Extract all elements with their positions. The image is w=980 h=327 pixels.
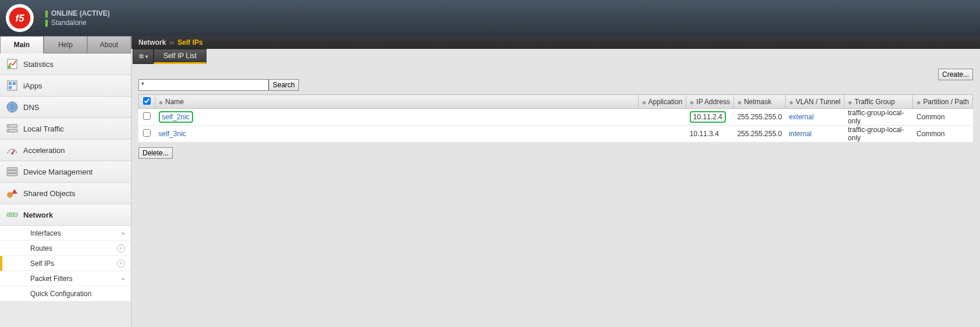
sub-tab-bar: ✲ ▾ Self IP List [131,49,980,66]
sort-icon: ◆ [789,99,793,105]
ip-address-value: 10.11.2.4 [690,111,726,123]
nav-device-management[interactable]: Device Management [0,161,131,183]
col-name[interactable]: ◆Name [155,95,639,109]
col-traffic-group[interactable]: ◆Traffic Group [844,95,913,109]
subnav-label: Packet Filters [30,275,73,283]
delete-button[interactable]: Delete... [138,147,173,159]
partition-value: Common [913,126,973,143]
tab-about[interactable]: About [87,36,131,54]
svg-point-18 [7,192,13,198]
sort-icon: ◆ [159,99,163,105]
nav-statistics[interactable]: Statistics [0,54,131,75]
svg-rect-23 [13,214,15,215]
ip-address-value: 10.11.3.4 [690,130,719,138]
server-icon [6,122,19,135]
svg-rect-15 [7,168,17,170]
nav-acceleration[interactable]: Acceleration [0,140,131,161]
netmask-value: 255.255.255.0 [734,126,786,143]
table-row: self_2nic10.11.2.4255.255.255.0externalt… [139,109,973,126]
nav-iapps[interactable]: iApps [0,75,131,97]
sort-icon: ◆ [642,99,646,105]
plus-icon[interactable]: + [117,244,125,253]
sort-icon: ◆ [690,99,694,105]
row-checkbox[interactable] [143,112,151,120]
subnav-routes[interactable]: Routes+ [0,241,131,256]
status-text-1: ONLINE (ACTIVE) [51,9,110,17]
subnav-self-ips[interactable]: Self IPs+ [0,256,131,271]
f5-logo: f5 [6,4,34,32]
create-button[interactable]: Create... [938,69,973,80]
col-ip-address[interactable]: ◆IP Address [686,95,734,109]
breadcrumb-section: Network [138,38,166,47]
chevron-right-icon: ▸ [122,230,125,236]
settings-menu-button[interactable]: ✲ ▾ [133,49,154,64]
nav-label: Acceleration [23,146,65,155]
nav-local-traffic[interactable]: Local Traffic [0,118,131,140]
stack-icon [6,165,19,178]
vlan-link[interactable]: external [789,113,814,121]
tab-help[interactable]: Help [44,36,87,54]
nav-dns[interactable]: DNS [0,97,131,118]
status-text-2: Standalone [51,19,87,27]
sort-icon: ◆ [737,99,742,105]
sort-icon: ◆ [917,99,921,105]
network-submenu: Interfaces▸ Routes+ Self IPs+ Packet Fil… [0,226,131,301]
select-all-checkbox[interactable] [143,97,151,105]
svg-text:f5: f5 [16,13,25,24]
nav-label: iApps [23,81,42,90]
breadcrumb-page: Self IPs [177,38,202,47]
top-tabs: Main Help About [0,36,131,54]
nav-label: Local Traffic [23,125,64,133]
table-row: self_3nic10.11.3.4255.255.255.0internalt… [139,126,973,143]
nav-label: Statistics [23,60,54,69]
search-button[interactable]: Search [269,79,299,91]
application-value [638,109,686,126]
chevron-right-icon: ▸ [122,275,125,282]
app-header: f5 ONLINE (ACTIVE) Standalone [0,0,980,36]
chevron-down-icon: ▾ [145,54,148,59]
sort-icon: ◆ [848,99,852,105]
nav-label: Network [23,211,53,219]
tab-self-ip-list[interactable]: Self IP List [154,49,206,64]
partition-value: Common [913,109,973,126]
search-input[interactable] [138,79,269,91]
nav-shared-objects[interactable]: Shared Objects [0,183,131,204]
col-application[interactable]: ◆Application [638,95,686,109]
subnav-label: Interfaces [30,229,61,237]
main-content: Network ›› Self IPs ✲ ▾ Self IP List Cre… [131,36,980,327]
svg-marker-19 [12,189,17,194]
nav-network[interactable]: Network [0,204,131,226]
self-ip-name-link[interactable]: self_2nic [159,111,193,123]
status-indicator-icon [45,10,48,17]
svg-rect-16 [7,170,17,173]
svg-rect-22 [11,214,12,215]
svg-rect-21 [9,214,10,215]
col-vlan-tunnel[interactable]: ◆VLAN / Tunnel [785,95,844,109]
shapes-icon [6,187,19,200]
subnav-interfaces[interactable]: Interfaces▸ [0,226,131,241]
svg-point-3 [8,65,11,69]
network-icon [6,208,19,221]
svg-point-14 [12,153,13,155]
subnav-packet-filters[interactable]: Packet Filters▸ [0,271,131,286]
svg-rect-6 [13,82,16,85]
self-ip-name-link[interactable]: self_3nic [159,130,186,138]
col-netmask[interactable]: ◆Netmask [734,95,786,109]
tab-main[interactable]: Main [0,36,44,54]
subnav-quick-config[interactable]: Quick Configuration [0,286,131,301]
vlan-link[interactable]: internal [789,130,811,138]
svg-point-11 [8,126,9,127]
globe-icon [6,101,19,113]
subnav-label: Routes [30,244,52,253]
select-all-header[interactable] [139,95,155,109]
plus-icon[interactable]: + [117,260,125,268]
nav-label: Shared Objects [23,189,76,198]
subnav-label: Quick Configuration [30,290,91,298]
col-partition-path[interactable]: ◆Partition / Path [913,95,973,109]
nav-label: Device Management [23,168,92,176]
gear-icon: ✲ [138,52,144,61]
svg-rect-5 [9,82,12,85]
breadcrumb-separator-icon: ›› [169,38,174,47]
row-checkbox[interactable] [143,129,151,137]
svg-rect-17 [7,173,17,176]
